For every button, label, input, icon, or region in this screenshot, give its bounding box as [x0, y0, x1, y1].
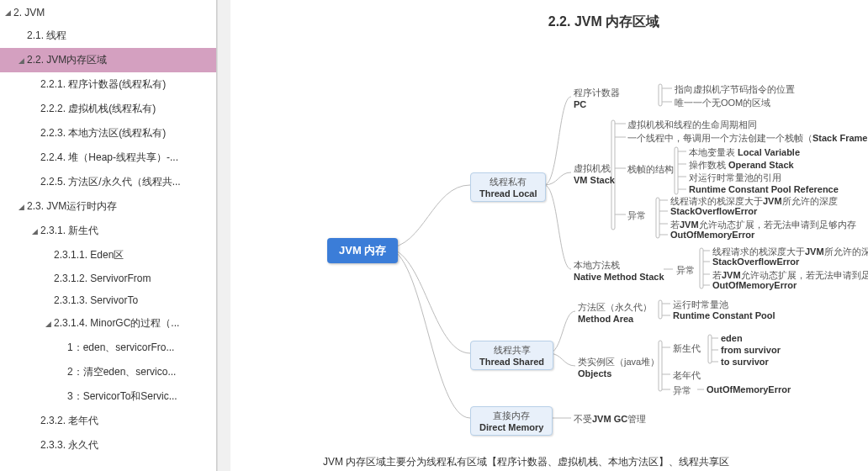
svg-rect-2 [675, 147, 678, 194]
tree-item-3[interactable]: 2.2.1. 程序计数器(线程私有) [0, 72, 216, 97]
tree-item-0[interactable]: ◢2. JVM [0, 2, 216, 24]
tree-item-label: 2.3.1.2. ServivorFrom [54, 273, 151, 284]
tree-item-5[interactable]: 2.2.3. 本地方法区(线程私有) [0, 121, 216, 146]
chevron-down-icon[interactable]: ◢ [30, 227, 39, 236]
tree-item-label: 3：ServicorTo和Servic... [67, 389, 177, 404]
svg-rect-5 [659, 300, 662, 319]
tree-item-16[interactable]: 3：ServicorTo和Servic... [0, 384, 216, 409]
tree-item-label: 2. JVM [13, 7, 45, 19]
node-objects-except-label: 异常 [673, 384, 691, 397]
tree-item-label: 2.3.1.4. MinorGC的过程（... [54, 316, 179, 331]
node-vmstack-except-label: 异常 [627, 209, 646, 222]
svg-rect-7 [708, 335, 712, 363]
nav-sidebar[interactable]: ◢2. JVM2.1. 线程◢2.2. JVM内存区域2.2.1. 程序计数器(… [0, 0, 217, 471]
node-direct-memory: 直接内存Direct Memory [470, 406, 553, 436]
node-vmstack-d2: 一个线程中，每调用一个方法创建一个栈帧（Stack Frame） [627, 132, 868, 145]
tree-item-label: 2.2.2. 虚拟机栈(线程私有) [40, 102, 156, 116]
svg-rect-4 [700, 248, 703, 288]
node-native-e2: StackOverflowError [712, 257, 799, 267]
chevron-down-icon[interactable]: ◢ [3, 8, 12, 17]
node-frame-label: 栈帧的结构 [627, 163, 674, 176]
tree-item-4[interactable]: 2.2.2. 虚拟机栈(线程私有) [0, 97, 216, 121]
node-method-d2: Runtime Constant Pool [673, 310, 775, 320]
node-vmstack-e4: OutOfMemoryError [670, 230, 754, 240]
sidebar-scrollbar[interactable] [217, 0, 230, 471]
node-frame-i4: Runtime Constant Pool Reference [689, 184, 839, 194]
tree-item-label: 1：eden、servicorFro... [67, 341, 174, 355]
mindmap-root: JVM 内存 [327, 238, 398, 263]
tree-item-label: 2.2.1. 程序计数器(线程私有) [40, 77, 166, 92]
svg-rect-3 [656, 198, 659, 238]
tree-item-13[interactable]: ◢2.3.1.4. MinorGC的过程（... [0, 311, 216, 336]
svg-rect-0 [659, 84, 662, 106]
tree-item-label: 2.3.3. 永久代 [40, 438, 98, 452]
node-frame-i3: 对运行时常量池的引用 [689, 172, 781, 184]
tree-item-label: 2.3.1.3. ServivorTo [54, 294, 138, 306]
tree-item-label: 2.2.4. 堆（Heap-线程共享）-... [40, 151, 178, 165]
node-native: 本地方法栈Native Method Stack [574, 259, 664, 282]
tree-item-14[interactable]: 1：eden、servicorFro... [0, 336, 216, 360]
footer-text: JVM 内存区域主要分为线程私有区域【程序计数器、虚拟机栈、本地方法区】、线程共… [323, 455, 729, 469]
node-vmstack-d1: 虚拟机栈和线程的生命周期相同 [627, 119, 757, 131]
node-thread-local: 线程私有Thread Local [470, 172, 546, 202]
tree-item-1[interactable]: 2.1. 线程 [0, 24, 216, 48]
tree-item-label: 2.3. JVM运行时内存 [27, 199, 117, 214]
node-young-label: 新生代 [673, 342, 701, 355]
node-young-i3: to survivor [721, 357, 769, 367]
node-young-i1: eden [721, 333, 743, 343]
node-young-i2: from survivor [721, 345, 781, 355]
tree-item-10[interactable]: 2.3.1.1. Eden区 [0, 243, 216, 267]
tree-item-6[interactable]: 2.2.4. 堆（Heap-线程共享）-... [0, 146, 216, 170]
chevron-down-icon[interactable]: ◢ [17, 203, 25, 211]
node-direct-d1: 不受JVM GC管理 [574, 413, 646, 426]
node-vmstack-e2: StackOverflowError [670, 206, 757, 216]
node-vmstack: 虚拟机栈VM Stack [574, 162, 615, 185]
tree-item-8[interactable]: ◢2.3. JVM运行时内存 [0, 194, 216, 219]
node-pc: 程序计数器PC [574, 87, 620, 109]
node-thread-shared: 线程共享Thread Shared [470, 341, 553, 370]
tree-item-label: 2.2.3. 本地方法区(线程私有) [40, 126, 166, 140]
tree-item-15[interactable]: 2：清空eden、servico... [0, 360, 216, 384]
tree-item-7[interactable]: 2.2.5. 方法区/永久代（线程共... [0, 170, 216, 194]
tree-item-label: 2.3.2. 老年代 [40, 414, 98, 428]
tree-item-label: 2.3.1.1. Eden区 [54, 248, 124, 262]
tree-item-12[interactable]: 2.3.1.3. ServivorTo [0, 289, 216, 311]
tree-item-9[interactable]: ◢2.3.1. 新生代 [0, 219, 216, 243]
node-method-d1: 运行时常量池 [673, 299, 728, 311]
tree-item-17[interactable]: 2.3.2. 老年代 [0, 409, 216, 433]
mindmap-diagram: JVM 内存 线程私有Thread Local 线程共享Thread Share… [239, 46, 868, 433]
node-frame-i1: 本地变量表 Local Variable [689, 146, 800, 159]
chevron-down-icon[interactable]: ◢ [17, 56, 25, 65]
tree-item-11[interactable]: 2.3.1.2. ServivorFrom [0, 267, 216, 289]
node-native-except-label: 异常 [676, 264, 695, 277]
tree-item-label: 2.1. 线程 [27, 29, 66, 43]
node-method-area: 方法区（永久代）Method Area [578, 301, 652, 324]
node-old: 老年代 [673, 369, 701, 382]
tree-item-2[interactable]: ◢2.2. JVM内存区域 [0, 48, 216, 72]
main-content: 2.2. JVM 内存区域 [230, 0, 868, 471]
tree-item-18[interactable]: 2.3.3. 永久代 [0, 433, 216, 458]
node-native-e4: OutOfMemoryError [712, 280, 797, 290]
node-frame-i2: 操作数栈 Operand Stack [689, 159, 794, 172]
node-pc-d2: 唯一一个无OOM的区域 [675, 97, 770, 109]
page-title: 2.2. JVM 内存区域 [348, 13, 860, 31]
node-pc-d1: 指向虚拟机字节码指令的位置 [675, 83, 795, 96]
node-objects-e1: OutOfMemoryError [707, 384, 791, 394]
chevron-down-icon[interactable]: ◢ [44, 320, 52, 328]
tree-item-label: 2.3.1. 新生代 [40, 224, 98, 238]
tree-item-label: 2.2. JVM内存区域 [27, 53, 107, 67]
tree-item-label: 2：清空eden、servico... [67, 365, 176, 379]
tree-item-label: 2.2.5. 方法区/永久代（线程共... [40, 175, 181, 189]
node-objects: 类实例区（java堆）Objects [578, 356, 659, 378]
